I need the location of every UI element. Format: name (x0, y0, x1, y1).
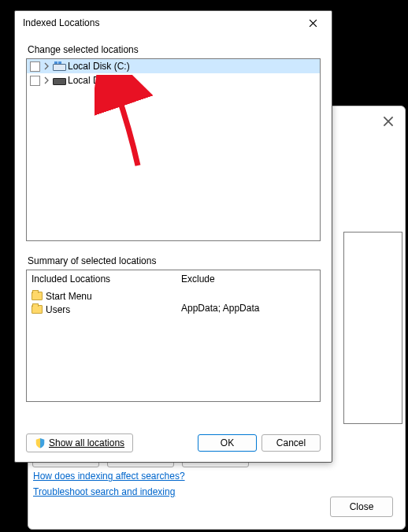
included-header: Included Locations (32, 273, 172, 285)
summary-label: Summary of selected locations (28, 255, 321, 266)
ok-button[interactable]: OK (198, 434, 257, 452)
drive-icon (53, 76, 65, 85)
expand-e[interactable] (43, 76, 50, 84)
included-users: Users (46, 304, 70, 315)
folder-icon (32, 292, 43, 300)
show-all-label: Show all locations (49, 437, 124, 448)
checkbox-c[interactable] (30, 61, 40, 72)
change-locations-label: Change selected locations (28, 44, 321, 55)
bg-inner-box (343, 232, 402, 424)
tree-row-e[interactable]: Local Disk (E:) (27, 73, 320, 87)
link-indexing-searches[interactable]: How does indexing affect searches? (33, 471, 185, 482)
close-button[interactable] (299, 12, 327, 34)
indexed-locations-dialog: Indexed Locations Change selected locati… (14, 10, 332, 463)
bg-close-button[interactable]: Close (330, 497, 393, 517)
drive-icon (53, 61, 65, 71)
show-all-locations-button[interactable]: Show all locations (26, 433, 133, 452)
bg-close-icon[interactable] (383, 116, 394, 127)
tree-row-c[interactable]: Local Disk (C:) (27, 59, 320, 73)
included-start-menu: Start Menu (46, 291, 92, 302)
list-item[interactable]: Users (32, 303, 172, 316)
summary-box: Included Locations Start Menu Users Excl… (26, 270, 321, 402)
shield-icon (35, 437, 46, 448)
locations-tree[interactable]: Local Disk (C:) Local Disk (E:) (26, 58, 321, 241)
dialog-title: Indexed Locations (23, 17, 99, 28)
link-troubleshoot[interactable]: Troubleshoot search and indexing (33, 486, 185, 497)
checkbox-e[interactable] (30, 76, 40, 86)
exclude-text: AppData; AppData (181, 303, 315, 314)
tree-label-c: Local Disk (C:) (68, 61, 130, 72)
list-item[interactable]: Start Menu (32, 289, 172, 303)
cancel-button[interactable]: Cancel (261, 434, 321, 452)
exclude-header: Exclude (181, 273, 315, 285)
tree-label-e: Local Disk (E:) (68, 75, 129, 86)
expand-c[interactable] (43, 62, 50, 70)
titlebar: Indexed Locations (15, 11, 332, 35)
close-icon (309, 19, 317, 28)
folder-icon (32, 305, 43, 314)
